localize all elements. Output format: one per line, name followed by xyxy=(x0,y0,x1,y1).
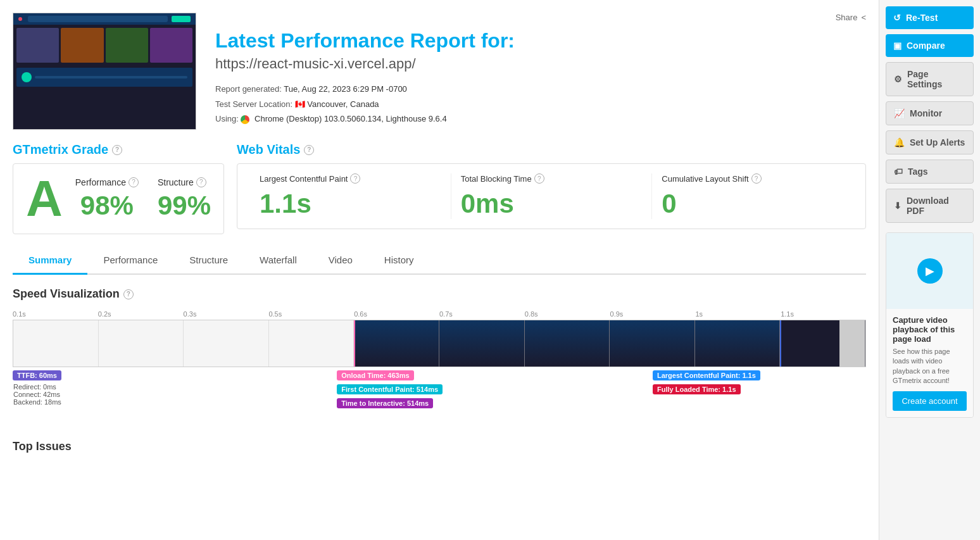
tick-06: 0.7s xyxy=(439,310,525,318)
retest-label: Re-Test xyxy=(906,13,938,23)
grade-metrics: Performance ? 98% Structure ? 99% xyxy=(75,177,211,221)
top-issues-title: Top Issues xyxy=(13,440,866,453)
tick-04: 0.5s xyxy=(268,310,354,318)
tab-history[interactable]: History xyxy=(368,247,430,275)
tick-01: 0.1s xyxy=(13,310,98,318)
structure-help-icon[interactable]: ? xyxy=(196,177,206,187)
gtmetrix-grade-section: GTmetrix Grade ? A Performance ? 98% xyxy=(13,142,224,234)
share-button[interactable]: Share < xyxy=(215,13,866,22)
site-preview xyxy=(13,13,196,130)
frame-4 xyxy=(354,320,439,367)
tab-structure[interactable]: Structure xyxy=(173,247,244,275)
tick-03: 0.3s xyxy=(184,310,269,318)
cls-label: Cumulative Layout Shift xyxy=(662,174,748,184)
download-pdf-label: Download PDF xyxy=(907,196,965,216)
header-info: Share < Latest Performance Report for: h… xyxy=(215,13,866,127)
compare-label: Compare xyxy=(907,41,945,51)
header: Share < Latest Performance Report for: h… xyxy=(13,13,866,130)
retest-icon: ↺ xyxy=(893,13,901,23)
speed-viz-help-icon[interactable]: ? xyxy=(123,289,134,299)
gtmetrix-grade-help[interactable]: ? xyxy=(112,145,122,155)
share-label: Share xyxy=(836,13,858,22)
performance-label: Performance xyxy=(75,177,126,187)
tab-summary[interactable]: Summary xyxy=(13,247,87,275)
speed-visualization-title: Speed Visualization ? xyxy=(13,287,866,301)
tick-10: 1.1s xyxy=(781,310,866,318)
structure-metric: Structure ? 99% xyxy=(158,177,211,221)
set-up-alerts-label: Set Up Alerts xyxy=(910,137,965,148)
frame-8 xyxy=(695,320,781,367)
ad-description: See how this page loads with video playb… xyxy=(893,347,967,386)
onload-label: Onload Time: 463ms xyxy=(337,370,413,380)
performance-help-icon[interactable]: ? xyxy=(129,177,139,187)
page-settings-label: Page Settings xyxy=(907,69,965,89)
cls-help-icon[interactable]: ? xyxy=(751,173,762,184)
ad-play-button[interactable]: ▶ xyxy=(917,258,943,284)
gtmetrix-grade-title: GTmetrix Grade ? xyxy=(13,142,224,157)
compare-button[interactable]: ▣ Compare xyxy=(886,34,974,57)
cls-vital: Cumulative Layout Shift ? 0 xyxy=(652,173,853,219)
alerts-icon: 🔔 xyxy=(894,137,905,148)
tick-09: 1s xyxy=(695,310,781,318)
lcp-line xyxy=(780,320,781,367)
flt-label: Fully Loaded Time: 1.1s xyxy=(653,384,741,394)
frames-strip xyxy=(13,320,866,367)
tag-icon: 🏷 xyxy=(894,166,903,177)
frame-9 xyxy=(780,320,865,367)
compare-icon: ▣ xyxy=(893,41,901,51)
tick-07: 0.8s xyxy=(525,310,610,318)
retest-button[interactable]: ↺ Re-Test xyxy=(886,6,974,29)
tab-bar: Summary Performance Structure Waterfall … xyxy=(13,247,866,275)
web-vitals-card: Largest Contentful Paint ? 1.1s Total Bl… xyxy=(237,163,866,229)
share-icon: < xyxy=(861,13,866,22)
monitor-icon: 📈 xyxy=(894,108,905,118)
frame-5 xyxy=(439,320,525,367)
test-server-label: Test Server Location: xyxy=(215,99,292,109)
time-axis: 0.1s 0.2s 0.3s 0.5s 0.6s 0.7s 0.8s 0.9s … xyxy=(13,310,866,318)
monitor-button[interactable]: 📈 Monitor xyxy=(886,101,974,125)
page-settings-button[interactable]: ⚙ Page Settings xyxy=(886,62,974,96)
report-generated-value: Tue, Aug 22, 2023 6:29 PM -0700 xyxy=(284,84,407,94)
tags-label: Tags xyxy=(908,166,928,177)
download-pdf-button[interactable]: ⬇ Download PDF xyxy=(886,189,974,223)
frame-2 xyxy=(184,320,269,367)
sidebar-ad: ▶ Capture video playback of this page lo… xyxy=(886,232,974,418)
fcp-label: First Contentful Paint: 514ms xyxy=(337,384,443,394)
top-issues-section: Top Issues xyxy=(13,440,866,453)
web-vitals-title: Web Vitals ? xyxy=(237,142,866,157)
grades-section: GTmetrix Grade ? A Performance ? 98% xyxy=(13,142,866,234)
lcp-value: 1.1s xyxy=(260,189,441,219)
tab-waterfall[interactable]: Waterfall xyxy=(244,247,313,275)
tbt-label: Total Blocking Time xyxy=(461,174,532,184)
tti-label: Time to Interactive: 514ms xyxy=(337,398,433,408)
sidebar: ↺ Re-Test ▣ Compare ⚙ Page Settings 📈 Mo… xyxy=(879,0,980,540)
frame-7 xyxy=(610,320,695,367)
test-server-value: Vancouver, Canada xyxy=(307,99,379,109)
ad-content: Capture video playback of this page load… xyxy=(886,309,973,417)
frame-6 xyxy=(525,320,610,367)
tab-video[interactable]: Video xyxy=(313,247,368,275)
create-account-button[interactable]: Create account xyxy=(893,391,967,411)
set-up-alerts-button[interactable]: 🔔 Set Up Alerts xyxy=(886,130,974,154)
frame-0 xyxy=(13,320,99,367)
grade-letter: A xyxy=(26,173,63,224)
structure-value: 99% xyxy=(158,191,211,221)
performance-metric: Performance ? 98% xyxy=(75,177,139,221)
tab-performance[interactable]: Performance xyxy=(87,247,173,275)
tags-button[interactable]: 🏷 Tags xyxy=(886,160,974,184)
web-vitals-help[interactable]: ? xyxy=(304,145,314,155)
report-url: https://react-music-xi.vercel.app/ xyxy=(215,56,866,72)
gear-icon: ⚙ xyxy=(894,74,902,84)
tbt-help-icon[interactable]: ? xyxy=(534,173,544,184)
tick-02: 0.2s xyxy=(98,310,184,318)
tick-08: 0.9s xyxy=(610,310,696,318)
timeline-annotations: TTFB: 60ms Redirect: 0ms Connect: 42ms B… xyxy=(13,370,866,427)
report-title: Latest Performance Report for: xyxy=(215,28,866,53)
tick-05: 0.6s xyxy=(354,310,439,318)
onload-line xyxy=(354,320,355,367)
frame-3 xyxy=(269,320,355,367)
lcp-label: Largest Contentful Paint xyxy=(260,174,348,184)
lcp-help-icon[interactable]: ? xyxy=(350,173,360,184)
lcp-label: Largest Contentful Paint: 1.1s xyxy=(653,370,760,380)
tbt-value: 0ms xyxy=(461,189,643,219)
